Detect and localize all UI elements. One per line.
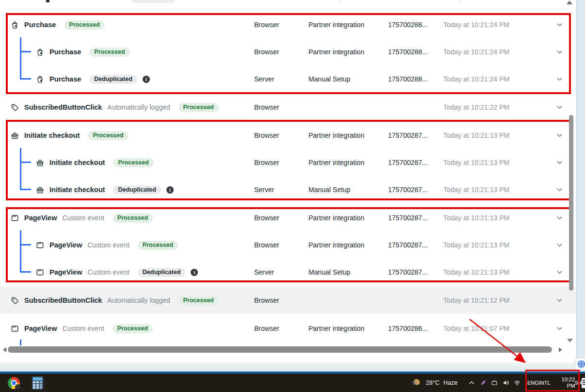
chrome-badge <box>15 384 21 390</box>
annotation-box-pageview-group <box>6 207 571 282</box>
globe-icon <box>577 359 585 369</box>
table-row[interactable]: PageView Custom event Processed Browser … <box>0 315 576 342</box>
chrome-taskbar-icon[interactable] <box>8 377 20 389</box>
feather-app-icon[interactable] <box>480 379 487 387</box>
horizontal-scroll-right-arrow[interactable] <box>559 347 562 352</box>
browser-bottom-strip <box>0 362 585 372</box>
event-name: SubscribedButtonClick <box>24 296 102 304</box>
tag-icon <box>11 103 19 112</box>
calculator-keys <box>33 381 42 389</box>
column-divider-fragment <box>340 0 340 3</box>
table-row[interactable]: SubscribedButtonClick Automatically logg… <box>0 94 576 121</box>
horizontal-scroll-left-arrow[interactable] <box>3 347 6 352</box>
event-secondary-label: Automatically logged <box>107 103 170 111</box>
time-cell: Today at 10:21:07 PM <box>443 315 509 342</box>
event-secondary-label: Custom event <box>62 325 104 332</box>
weather-widget[interactable]: 28°C Haze <box>411 377 457 388</box>
connection-cell: Browser <box>254 287 279 314</box>
cutoff-badge-fragment <box>132 0 175 3</box>
weather-condition: Haze <box>443 379 457 386</box>
page-right-margin <box>576 0 585 362</box>
hidden-tray-icon-fragment[interactable] <box>582 378 585 388</box>
status-badge: Processed <box>179 103 219 112</box>
wifi-icon[interactable] <box>514 379 520 387</box>
calculator-taskbar-icon[interactable] <box>32 376 43 390</box>
table-row[interactable]: SubscribedButtonClick Automatically logg… <box>0 287 576 314</box>
vertical-scroll-up-arrow[interactable] <box>567 0 572 4</box>
weather-temp: 28°C <box>426 379 439 386</box>
time-cell: Today at 10:21:22 PM <box>443 94 509 121</box>
annotation-box-checkout-group <box>6 120 571 200</box>
vertical-scrollbar-thumb[interactable] <box>569 115 573 291</box>
chevron-down-icon[interactable] <box>556 325 563 332</box>
time-cell: Today at 10:21:12 PM <box>443 287 509 314</box>
vertical-scroll-down-arrow[interactable] <box>567 339 573 343</box>
status-badge: Processed <box>113 324 153 333</box>
column-divider-fragment <box>459 0 460 3</box>
volume-icon[interactable] <box>503 379 509 387</box>
horizontal-scrollbar-thumb[interactable] <box>8 346 552 353</box>
cast-display-icon[interactable] <box>491 379 498 387</box>
tree-connector <box>20 340 21 345</box>
setup-cell: Partner integration <box>309 315 364 342</box>
chevron-down-icon[interactable] <box>556 297 563 304</box>
tag-icon <box>11 296 19 305</box>
screenshot-root: Purchase Processed Browser Partner integ… <box>0 0 585 392</box>
haze-weather-icon <box>411 377 422 388</box>
annotation-box-clock <box>525 370 580 392</box>
connection-cell: Browser <box>254 94 279 121</box>
chevron-up-icon[interactable] <box>468 379 475 387</box>
window-icon <box>11 325 19 333</box>
cutoff-row-fragment <box>46 0 49 2</box>
calculator-screen <box>33 377 42 380</box>
event-name: PageView <box>24 325 57 332</box>
connection-cell: Browser <box>254 315 279 342</box>
status-badge: Processed <box>179 296 219 305</box>
chevron-down-icon[interactable] <box>556 104 563 111</box>
event-id-cell: 175700286... <box>388 315 428 342</box>
event-name: SubscribedButtonClick <box>24 103 102 111</box>
globe-widget[interactable] <box>575 358 585 371</box>
annotation-box-purchase-group <box>6 13 571 94</box>
event-secondary-label: Automatically logged <box>107 296 170 304</box>
